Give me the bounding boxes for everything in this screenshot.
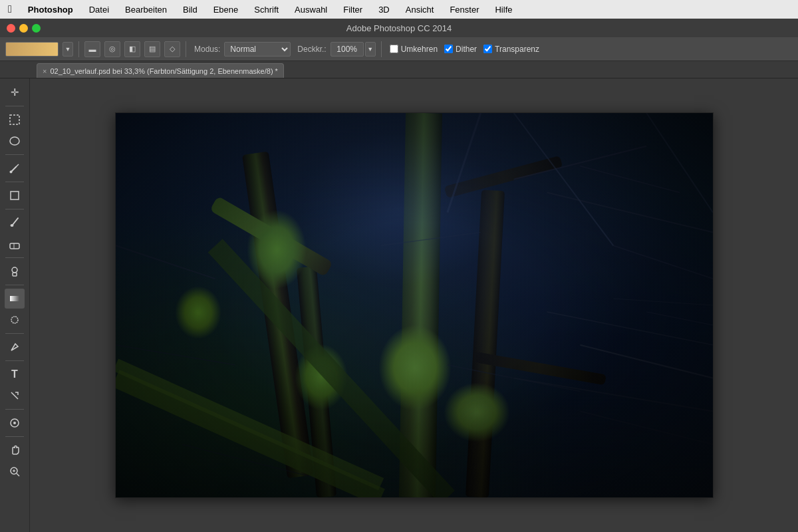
stamp-tool[interactable] <box>5 261 25 281</box>
diamond-gradient-btn[interactable]: ◇ <box>164 41 180 57</box>
window-controls <box>7 24 41 33</box>
text-tool[interactable]: T <box>5 364 25 384</box>
umkehren-label: Umkehren <box>401 45 438 54</box>
dither-group: Dither <box>444 45 477 54</box>
transparenz-group: Transparenz <box>483 45 539 54</box>
close-button[interactable] <box>7 24 15 33</box>
window-title: Adobe Photoshop CC 2014 <box>346 23 452 33</box>
canvas-container <box>115 112 714 498</box>
menu-schrift[interactable]: Schrift <box>251 3 281 16</box>
svg-line-17 <box>17 473 19 476</box>
tool-separator-3 <box>5 182 24 182</box>
eyedropper-tool[interactable] <box>5 158 25 178</box>
menu-fenster[interactable]: Fenster <box>447 3 481 16</box>
svg-rect-8 <box>10 243 19 249</box>
document-tab[interactable]: × 02_10_verlauf.psd bei 33,3% (Farbton/S… <box>37 63 284 78</box>
opacity-input[interactable] <box>331 42 364 57</box>
separator-1 <box>78 41 79 57</box>
svg-rect-5 <box>11 192 19 200</box>
angle-gradient-btn[interactable]: ◧ <box>124 41 140 57</box>
marquee-tool[interactable] <box>5 110 25 130</box>
svg-rect-0 <box>10 115 19 124</box>
svg-line-2 <box>11 166 17 172</box>
menu-datei[interactable]: Datei <box>86 3 112 16</box>
vignette-overlay <box>116 113 713 497</box>
main-area: ✛ <box>0 78 798 532</box>
puppet-warp-tool[interactable] <box>5 413 25 433</box>
modus-select[interactable]: Normal Auflösen Multiplizieren Negativ m… <box>224 42 291 57</box>
opacity-dropdown[interactable]: ▼ <box>365 42 376 57</box>
tool-separator-1 <box>5 106 24 106</box>
tool-separator-2 <box>5 154 24 155</box>
tool-separator-4 <box>5 209 24 209</box>
reflected-gradient-btn[interactable]: ▤ <box>144 41 160 57</box>
crop-tool[interactable] <box>5 186 25 205</box>
tool-separator-10 <box>5 436 24 437</box>
transparenz-checkbox[interactable] <box>483 45 492 53</box>
menu-bearbeiten[interactable]: Bearbeiten <box>122 3 170 16</box>
tool-separator-5 <box>5 257 24 258</box>
menu-hilfe[interactable]: Hilfe <box>492 3 515 16</box>
tool-separator-6 <box>5 285 24 285</box>
menu-photoshop[interactable]: Photoshop <box>25 3 76 16</box>
umkehren-group: Umkehren <box>390 45 438 54</box>
move-tool[interactable]: ✛ <box>5 82 25 102</box>
radial-gradient-btn[interactable]: ◎ <box>104 41 120 57</box>
brush-tool[interactable] <box>5 213 25 233</box>
dither-label: Dither <box>456 45 477 54</box>
menu-3d[interactable]: 3D <box>376 3 392 16</box>
lasso-tool[interactable] <box>5 131 25 151</box>
svg-point-15 <box>13 422 16 424</box>
minimize-button[interactable] <box>19 24 28 33</box>
tool-separator-9 <box>5 409 24 410</box>
title-bar: Adobe Photoshop CC 2014 <box>0 19 798 37</box>
linear-gradient-btn[interactable]: ▬ <box>84 41 100 57</box>
gradient-preview[interactable] <box>5 42 59 57</box>
options-bar: ▼ ▬ ◎ ◧ ▤ ◇ Modus: Normal Auflösen Multi… <box>0 37 798 61</box>
menu-ansicht[interactable]: Ansicht <box>403 3 437 16</box>
svg-rect-11 <box>13 273 17 276</box>
menu-filter[interactable]: Filter <box>340 3 365 16</box>
menu-ebene[interactable]: Ebene <box>211 3 241 16</box>
transparenz-label: Transparenz <box>495 45 539 54</box>
maximize-button[interactable] <box>32 24 41 33</box>
separator-3 <box>381 41 382 57</box>
dither-checkbox[interactable] <box>444 45 453 53</box>
canvas-image <box>116 113 713 497</box>
svg-point-13 <box>11 317 18 323</box>
path-selection-tool[interactable] <box>5 386 25 406</box>
menu-bild[interactable]: Bild <box>180 3 200 16</box>
eraser-tool[interactable] <box>5 234 25 254</box>
svg-point-10 <box>12 267 17 273</box>
svg-line-4 <box>17 164 19 166</box>
gradient-tool[interactable] <box>5 289 25 309</box>
tab-close-icon[interactable]: × <box>43 67 47 75</box>
umkehren-checkbox[interactable] <box>390 45 398 53</box>
svg-point-1 <box>10 137 19 145</box>
svg-line-6 <box>13 218 18 225</box>
menu-auswahl[interactable]: Auswahl <box>292 3 330 16</box>
svg-rect-12 <box>10 296 19 301</box>
apple-menu[interactable]:  <box>5 2 15 17</box>
pen-tool[interactable] <box>5 337 25 357</box>
tool-separator-8 <box>5 360 24 361</box>
tool-separator-7 <box>5 333 24 334</box>
opacity-box: ▼ <box>331 42 376 57</box>
canvas-area[interactable] <box>30 78 798 532</box>
zoom-tool[interactable] <box>5 462 25 481</box>
menu-bar:  Photoshop Datei Bearbeiten Bild Ebene … <box>0 0 798 19</box>
opacity-label: Deckkr.: <box>297 45 326 54</box>
modus-label: Modus: <box>194 45 220 54</box>
tab-title: 02_10_verlauf.psd bei 33,3% (Farbton/Sät… <box>50 67 277 75</box>
hand-tool[interactable] <box>5 440 25 460</box>
blur-tool[interactable] <box>5 310 25 330</box>
svg-point-3 <box>10 171 13 174</box>
tab-bar: × 02_10_verlauf.psd bei 33,3% (Farbton/S… <box>0 61 798 78</box>
separator-2 <box>186 41 186 57</box>
toolbar: ✛ <box>0 78 30 532</box>
gradient-dropdown[interactable]: ▼ <box>63 42 73 57</box>
svg-point-7 <box>11 224 14 227</box>
